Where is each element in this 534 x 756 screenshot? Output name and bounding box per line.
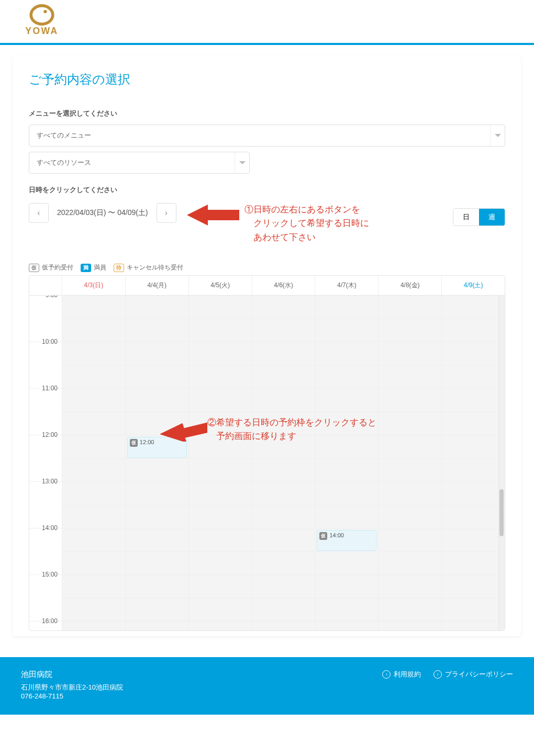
calendar-cell[interactable] [379,389,441,435]
calendar-cell[interactable] [315,389,378,435]
calendar-cell[interactable] [189,622,252,630]
calendar-cell[interactable] [442,482,505,528]
calendar-cell[interactable] [252,435,315,482]
next-week-button[interactable]: › [157,203,176,223]
chevron-right-icon: › [165,208,168,218]
main-card: ご予約内容の選択 メニューを選択してください すべてのメニュー すべてのリソース… [13,55,521,636]
calendar-cell[interactable] [126,528,188,575]
calendar-cell[interactable] [62,482,125,528]
time-row: 15:00 [29,575,62,622]
view-week-button[interactable]: 週 [479,209,505,225]
calendar-cell[interactable] [62,435,125,482]
slot-tag: 仮 [319,532,327,540]
calendar-cell[interactable] [126,296,188,342]
legend: 仮 仮予約受付 満 満員 待 キャンセル待ち受付 [29,263,505,272]
footer-terms-link[interactable]: › 利用規約 [382,670,421,679]
time-label: 14:00 [42,524,58,532]
booking-slot[interactable]: 仮14:00 [317,530,376,551]
calendar-cell[interactable] [442,296,505,342]
calendar-cell[interactable] [189,296,252,342]
resource-select[interactable]: すべてのリソース [29,152,250,174]
scrollbar-thumb[interactable] [499,489,504,536]
slot-time: 12:00 [140,439,154,445]
calendar-cell[interactable] [189,389,252,435]
calendar-cell[interactable] [442,528,505,575]
calendar-cell[interactable] [126,342,188,389]
calendar-body: 9:0010:0011:0012:0013:0014:0015:0016:00 … [29,296,505,630]
calendar: 4/3(日) 4/4(月) 4/5(火) 4/6(水) 4/7(木) 4/8(金… [29,275,505,631]
booking-slot[interactable]: 仮12:00 [127,437,187,458]
calendar-cell[interactable] [315,435,378,482]
calendar-cell[interactable] [62,342,125,389]
menu-section-label: メニューを選択してください [29,109,505,118]
calendar-cell[interactable] [126,482,188,528]
calendar-cell[interactable] [62,528,125,575]
calendar-cell[interactable] [62,622,125,630]
calendar-cell[interactable] [252,528,315,575]
calendar-cell[interactable] [252,389,315,435]
calendar-cell[interactable] [62,296,125,342]
legend-waitlist: 待 キャンセル待ち受付 [114,263,183,272]
calendar-cell[interactable] [62,575,125,622]
calendar-cell[interactable] [442,575,505,622]
day-column: 仮14:00 [315,296,378,630]
footer-privacy-link[interactable]: › プライバシーポリシー [433,670,513,679]
calendar-cell[interactable] [252,575,315,622]
calendar-cell[interactable] [252,482,315,528]
tag-waitlist: 待 [114,264,124,272]
calendar-cell[interactable] [379,342,441,389]
calendar-cell[interactable] [442,622,505,630]
calendar-cell[interactable] [379,622,441,630]
scrollbar[interactable] [498,296,505,630]
svg-marker-3 [187,205,239,225]
day-column [62,296,125,630]
view-day-button[interactable]: 日 [453,209,479,225]
calendar-cell[interactable] [379,528,441,575]
tag-full: 満 [81,264,91,272]
time-row: 12:00 [29,435,62,482]
day-column: 仮12:00 [125,296,188,630]
svg-point-0 [31,6,53,24]
calendar-cell[interactable] [126,622,188,630]
calendar-cell[interactable] [62,389,125,435]
menu-select[interactable]: すべてのメニュー [29,125,505,146]
calendar-cell[interactable] [189,482,252,528]
slot-time: 14:00 [329,532,344,538]
calendar-cell[interactable] [442,435,505,482]
calendar-cell[interactable] [379,575,441,622]
date-range: 2022/04/03(日) 〜 04/09(土) [54,208,151,218]
chevron-left-icon: ‹ [37,208,40,218]
calendar-cell[interactable] [189,342,252,389]
calendar-cell[interactable] [315,342,378,389]
calendar-cell[interactable] [126,389,188,435]
calendar-cell[interactable] [442,389,505,435]
calendar-cell[interactable] [315,296,378,342]
annotation1-line1: ①日時の左右にあるボタンを [244,203,369,217]
prev-week-button[interactable]: ‹ [29,203,49,223]
day-header: 4/3(日) [62,276,125,295]
footer-address: 石川県野々市市新庄2-10池田病院 [21,683,123,692]
calendar-cell[interactable] [252,622,315,630]
calendar-cell[interactable] [189,435,252,482]
time-label: 9:00 [46,296,58,299]
day-column [188,296,252,630]
calendar-cell[interactable] [189,575,252,622]
calendar-cell[interactable] [379,296,441,342]
annotation1-line2: クリックして希望する日時に [244,217,369,230]
calendar-cell[interactable] [126,575,188,622]
calendar-cell[interactable] [252,296,315,342]
calendar-cell[interactable] [315,575,378,622]
time-label: 15:00 [42,571,58,578]
day-header: 4/8(金) [378,276,441,295]
calendar-cell[interactable] [379,482,441,528]
calendar-cell[interactable] [252,342,315,389]
date-nav-row: ‹ 2022/04/03(日) 〜 04/09(土) › ①日時の左右にあるボタ… [29,203,505,244]
calendar-cell[interactable] [379,435,441,482]
calendar-cell[interactable] [315,482,378,528]
view-toggle: 日 週 [453,208,505,226]
calendar-cell[interactable] [442,342,505,389]
slot-tag: 仮 [130,439,138,447]
calendar-cell[interactable] [189,528,252,575]
day-header: 4/9(土) [441,276,505,295]
calendar-cell[interactable] [315,622,378,630]
